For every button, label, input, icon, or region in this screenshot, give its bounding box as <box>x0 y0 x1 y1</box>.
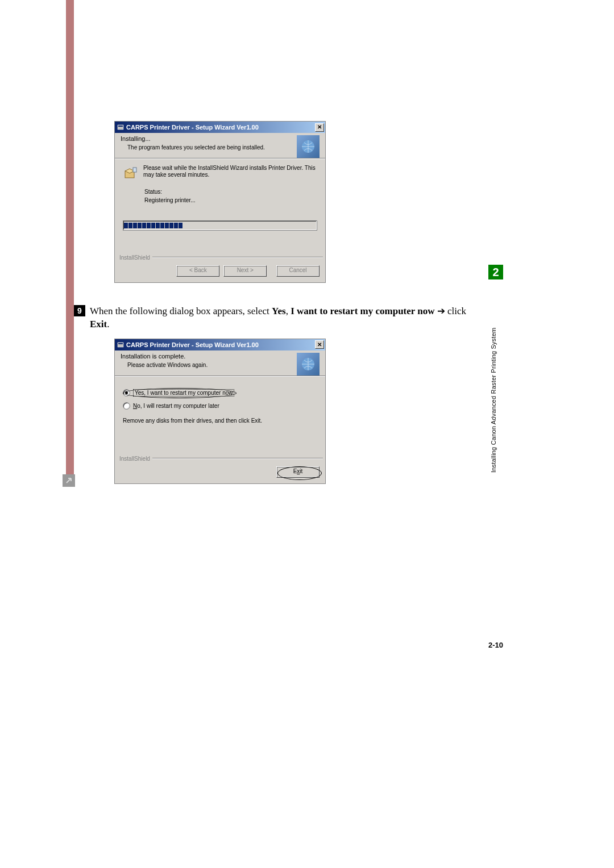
status-value: Registering printer... <box>144 195 317 203</box>
close-icon: ✕ <box>317 124 322 130</box>
close-icon: ✕ <box>317 342 322 348</box>
dialog-heading: Installation is complete. <box>121 353 293 360</box>
dialog-subheading: The program features you selected are be… <box>121 142 293 154</box>
page-content: CARPS Printer Driver - Setup Wizard Ver1… <box>74 122 478 506</box>
wait-text: Please wait while the InstallShield Wiza… <box>143 165 317 178</box>
svg-rect-5 <box>133 168 136 172</box>
dialog-body: Installing... The program features you s… <box>115 133 325 282</box>
step-text-bold: Yes <box>272 306 286 316</box>
installshield-brand: InstallShield <box>119 254 150 261</box>
cancel-button: Cancel <box>276 265 320 277</box>
annotation-oval-exit <box>277 466 322 480</box>
svg-rect-1 <box>118 126 123 127</box>
dialog-title: CARPS Printer Driver - Setup Wizard Ver1… <box>126 124 315 131</box>
radio-label: o, I will restart my computer later <box>137 403 219 409</box>
svg-rect-7 <box>118 343 123 344</box>
globe-icon <box>297 353 320 375</box>
package-icon <box>123 165 139 182</box>
chapter-label: Installing Canon Advanced Raster Printin… <box>490 285 503 473</box>
disk-removal-note: Remove any disks from their drives, and … <box>123 411 317 452</box>
dialog-title-bar: CARPS Printer Driver - Setup Wizard Ver1… <box>115 122 325 133</box>
next-button: Next > <box>223 265 267 277</box>
dialog-title-bar: CARPS Printer Driver - Setup Wizard Ver1… <box>115 339 325 350</box>
step-text-part: ➔ click <box>435 306 467 316</box>
dialog-heading: Installing... <box>121 135 293 142</box>
install-progress-dialog: CARPS Printer Driver - Setup Wizard Ver1… <box>115 122 325 282</box>
step-badge: 9 <box>74 305 85 316</box>
dialog-body: Installation is complete. Please activat… <box>115 350 325 483</box>
close-button[interactable]: ✕ <box>315 340 324 349</box>
chapter-tab: 2 <box>488 265 503 279</box>
radio-restart-later[interactable]: No, I will restart my computer later <box>123 401 317 411</box>
step-text-bold: I want to restart my computer now <box>291 306 434 316</box>
chapter-left-bar <box>66 0 74 477</box>
back-arrow-icon[interactable] <box>63 474 75 487</box>
step-text-part: , <box>286 306 291 316</box>
step-9: 9 When the following dialog box appears,… <box>74 305 478 331</box>
progress-bar <box>123 220 317 231</box>
installer-title-icon <box>117 341 124 348</box>
close-button[interactable]: ✕ <box>315 123 324 132</box>
globe-icon <box>297 135 320 158</box>
install-complete-dialog: CARPS Printer Driver - Setup Wizard Ver1… <box>115 339 325 483</box>
page-number: 2-10 <box>488 641 503 649</box>
step-text-part: When the following dialog box appears, s… <box>90 306 272 316</box>
step-text-bold: Exit <box>90 319 107 329</box>
dialog-title: CARPS Printer Driver - Setup Wizard Ver1… <box>126 341 315 348</box>
status-label: Status: <box>144 189 317 195</box>
installer-title-icon <box>117 124 124 131</box>
installshield-brand: InstallShield <box>119 456 150 462</box>
step-text: When the following dialog box appears, s… <box>90 305 478 331</box>
radio-indicator <box>123 402 130 410</box>
back-button: < Back <box>176 265 219 277</box>
annotation-oval-restart-now <box>123 388 237 398</box>
step-text-part: . <box>107 319 109 329</box>
dialog-subheading: Please activate Windows again. <box>121 360 293 372</box>
